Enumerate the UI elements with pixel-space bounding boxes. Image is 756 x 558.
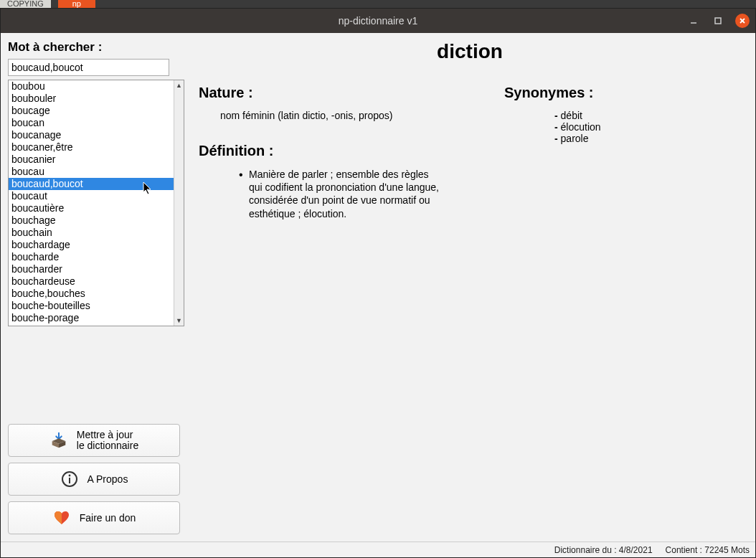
svg-rect-6: [69, 478, 70, 483]
suggestion-item[interactable]: boucanage: [9, 129, 174, 141]
status-dict-date: Dictionnaire du : 4/8/2021: [554, 545, 653, 555]
suggestion-item[interactable]: boucaud,boucot: [9, 178, 174, 190]
synonym-item: parole: [554, 133, 741, 144]
suggestion-item[interactable]: boucaner,être: [9, 141, 174, 153]
donate-label: Faire un don: [80, 512, 136, 524]
minimize-button[interactable]: [686, 14, 701, 28]
donate-button[interactable]: Faire un don: [8, 501, 180, 534]
synonym-item: débit: [554, 110, 741, 121]
maximize-button[interactable]: [711, 14, 725, 28]
suggestion-item[interactable]: boubou: [9, 80, 174, 93]
suggestion-item[interactable]: boucharder: [9, 263, 174, 275]
nature-text: nom féminin (latin dictio, -onis, propos…: [220, 110, 476, 121]
entry-headword: diction: [199, 40, 741, 63]
download-box-icon: [49, 431, 68, 450]
update-dictionary-button[interactable]: Mettre à jour le dictionnaire: [8, 424, 180, 457]
suggestion-item[interactable]: boucautière: [9, 202, 174, 214]
suggestion-item[interactable]: bouche-porage: [9, 312, 174, 324]
suggestion-item[interactable]: boucau: [9, 166, 174, 178]
tab-copying[interactable]: COPYING: [0, 0, 51, 8]
definition-list: Manière de parler ; ensemble des règles …: [249, 168, 457, 220]
tab-np[interactable]: np: [58, 0, 95, 8]
definition-heading: Définition :: [199, 143, 476, 159]
suggestion-scrollbar[interactable]: ▲ ▼: [174, 80, 184, 326]
svg-rect-1: [715, 18, 721, 24]
about-button[interactable]: A Propos: [8, 463, 180, 496]
background-tabs: COPYING np: [0, 0, 756, 8]
search-label: Mot à chercher :: [8, 40, 184, 55]
suggestion-item[interactable]: boucanier: [9, 153, 174, 166]
suggestion-item[interactable]: boubouler: [9, 93, 174, 105]
window-title: np-dictionnaire v1: [339, 15, 418, 27]
nature-heading: Nature :: [199, 85, 476, 101]
update-line2: le dictionnaire: [77, 440, 138, 451]
status-word-count: Contient : 72245 Mots: [666, 545, 750, 555]
scroll-down-button[interactable]: ▼: [174, 316, 184, 326]
svg-point-5: [68, 475, 70, 477]
suggestion-item[interactable]: bouchardeuse: [9, 275, 174, 288]
suggestion-item[interactable]: boucage: [9, 105, 174, 117]
update-line1: Mettre à jour: [77, 430, 138, 440]
synonym-item: élocution: [554, 121, 741, 133]
suggestion-item[interactable]: boucan: [9, 117, 174, 129]
search-input[interactable]: [8, 59, 169, 76]
info-icon: [60, 470, 79, 488]
about-label: A Propos: [88, 473, 128, 485]
synonym-list: débitélocutionparole: [554, 110, 741, 144]
scroll-up-button[interactable]: ▲: [174, 80, 184, 90]
definition-item: Manière de parler ; ensemble des règles …: [249, 168, 443, 220]
suggestion-item[interactable]: bouchain: [9, 227, 174, 239]
close-button[interactable]: [735, 14, 750, 28]
app-window: np-dictionnaire v1 Mot à chercher : boub…: [0, 8, 756, 558]
titlebar[interactable]: np-dictionnaire v1: [1, 9, 755, 33]
heart-icon: [52, 509, 71, 527]
status-bar: Dictionnaire du : 4/8/2021 Contient : 72…: [1, 542, 755, 557]
suggestion-item[interactable]: bouchage: [9, 214, 174, 227]
synonyms-heading: Synonymes :: [504, 85, 741, 101]
suggestion-item[interactable]: bouchardage: [9, 239, 174, 251]
suggestion-item[interactable]: bouche,bouches: [9, 288, 174, 300]
suggestion-listbox[interactable]: bouboubouboulerboucageboucanboucanagebou…: [8, 80, 184, 326]
suggestion-item[interactable]: boucaut: [9, 190, 174, 202]
suggestion-item[interactable]: boucharde: [9, 251, 174, 263]
suggestion-item[interactable]: bouche-bouteilles: [9, 300, 174, 312]
